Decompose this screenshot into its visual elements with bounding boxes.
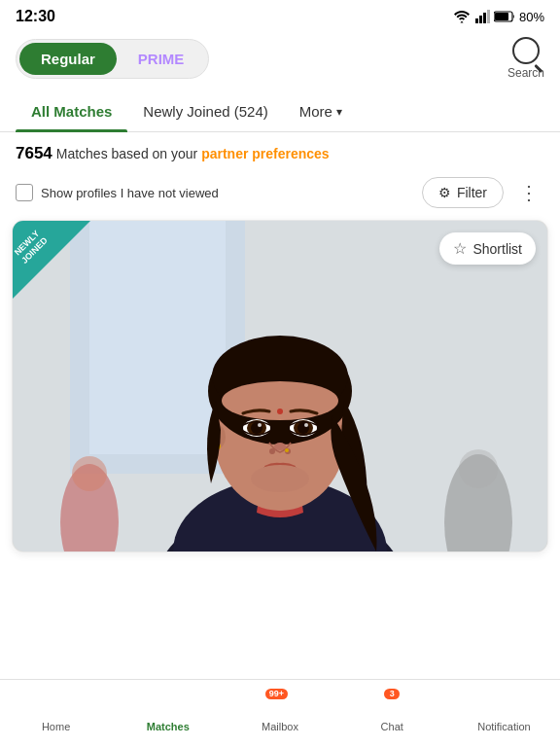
svg-rect-8 <box>89 221 226 454</box>
shortlist-label: Shortlist <box>472 241 522 257</box>
svg-point-30 <box>304 423 308 427</box>
nav-home-label: Home <box>42 721 70 732</box>
show-profiles-label: Show profiles I have not viewed <box>41 186 219 200</box>
tab-all-matches[interactable]: All Matches <box>16 91 127 131</box>
svg-point-35 <box>251 465 309 492</box>
nav-home[interactable]: Home <box>0 680 112 747</box>
profile-image-container: NEWLY JOINED ☆ Shortlist <box>13 221 547 551</box>
nav-mailbox[interactable]: 99+ Mailbox <box>224 680 335 747</box>
svg-point-32 <box>269 448 275 454</box>
nav-notification-label: Notification <box>477 721 530 732</box>
filter-button[interactable]: ⚙ Filter <box>422 177 504 208</box>
tab-more[interactable]: More ▾ <box>284 91 358 131</box>
match-count-text: Matches based on your <box>56 146 198 161</box>
mailbox-badge: 99+ <box>265 689 288 699</box>
regular-toggle-btn[interactable]: Regular <box>19 43 117 75</box>
show-profiles-checkbox[interactable] <box>16 184 33 201</box>
plan-toggle[interactable]: Regular PRIME <box>16 39 209 79</box>
search-button[interactable]: Search <box>508 37 544 80</box>
star-icon: ☆ <box>453 239 467 258</box>
filter-label: Filter <box>457 185 487 200</box>
prime-toggle-btn[interactable]: PRIME <box>117 43 206 75</box>
profile-card: NEWLY JOINED ☆ Shortlist <box>12 220 548 552</box>
header: Regular PRIME Search <box>0 29 560 91</box>
svg-rect-0 <box>475 18 478 23</box>
svg-point-34 <box>285 448 289 452</box>
bottom-nav: Home Matches 99+ Mailbox <box>0 679 560 747</box>
tabs-bar: All Matches Newly Joined (524) More ▾ <box>0 91 560 132</box>
tab-newly-joined[interactable]: Newly Joined (524) <box>127 91 283 131</box>
svg-point-31 <box>274 443 286 450</box>
match-count-bar: 7654 Matches based on your partner prefe… <box>0 132 560 171</box>
battery-percent: 80% <box>519 10 544 24</box>
status-bar: 12:30 80% <box>0 0 560 29</box>
chat-badge: 3 <box>384 689 400 699</box>
svg-point-26 <box>258 423 262 427</box>
battery-icon <box>494 11 515 22</box>
newly-joined-badge: NEWLY JOINED <box>13 221 90 299</box>
nav-matches-label: Matches <box>147 721 190 732</box>
more-options-button[interactable]: ⋮ <box>513 177 544 208</box>
svg-rect-1 <box>479 16 482 23</box>
nav-mailbox-label: Mailbox <box>262 721 298 732</box>
shortlist-button[interactable]: ☆ Shortlist <box>439 232 536 265</box>
main-content: 7654 Matches based on your partner prefe… <box>0 132 560 632</box>
nav-matches[interactable]: Matches <box>112 680 224 747</box>
svg-rect-3 <box>487 10 490 23</box>
show-profiles-option[interactable]: Show profiles I have not viewed <box>16 184 219 201</box>
partner-preferences-link[interactable]: partner preferences <box>201 146 330 161</box>
wifi-icon <box>453 10 471 23</box>
svg-rect-2 <box>483 13 486 23</box>
nav-chat[interactable]: 3 Chat <box>336 680 448 747</box>
filter-icon: ⚙ <box>438 185 451 200</box>
search-icon <box>512 37 540 64</box>
status-time: 12:30 <box>16 8 55 25</box>
signal-icon <box>474 10 490 23</box>
status-icons: 80% <box>453 10 544 24</box>
nav-notification[interactable]: Notification <box>448 680 560 747</box>
svg-point-12 <box>459 449 498 488</box>
profile-photo <box>13 221 547 551</box>
nav-chat-label: Chat <box>381 721 403 732</box>
filter-actions: ⚙ Filter ⋮ <box>422 177 544 208</box>
chevron-down-icon: ▾ <box>336 105 342 119</box>
match-count-number: 7654 <box>16 144 52 162</box>
svg-rect-5 <box>495 13 508 20</box>
filter-row: Show profiles I have not viewed ⚙ Filter… <box>0 171 560 220</box>
newly-joined-text: NEWLY JOINED <box>13 221 59 275</box>
svg-point-10 <box>72 456 107 491</box>
svg-point-36 <box>277 409 283 414</box>
